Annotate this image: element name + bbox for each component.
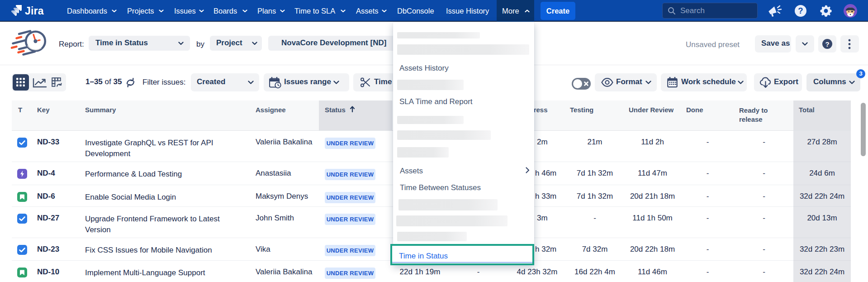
svg-text:?: ? xyxy=(825,40,829,48)
svg-text:?: ? xyxy=(798,6,803,15)
